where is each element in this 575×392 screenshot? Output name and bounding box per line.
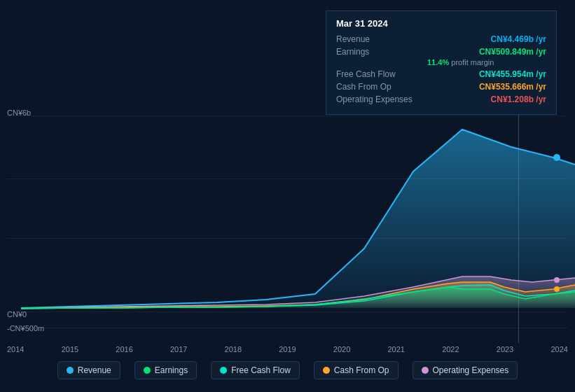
- x-label-2014: 2014: [7, 345, 24, 354]
- legend-item-revenue[interactable]: Revenue: [57, 361, 120, 379]
- tooltip-value-earnings: CN¥509.849m /yr: [479, 47, 546, 57]
- legend: Revenue Earnings Free Cash Flow Cash Fro…: [0, 361, 575, 379]
- x-label-2019: 2019: [279, 345, 296, 354]
- x-label-2024: 2024: [550, 345, 567, 354]
- revenue-dot: [553, 154, 560, 161]
- legend-item-cfo[interactable]: Cash From Op: [314, 361, 399, 379]
- tooltip-label-earnings: Earnings: [336, 47, 427, 57]
- legend-label-cfo: Cash From Op: [334, 365, 389, 375]
- x-label-2017: 2017: [170, 345, 187, 354]
- tooltip-margin: 11.4% profit margin: [336, 58, 546, 66]
- x-label-2020: 2020: [333, 345, 350, 354]
- x-label-2023: 2023: [497, 345, 513, 354]
- tooltip-value-opex: CN¥1.208b /yr: [491, 94, 546, 104]
- x-label-2018: 2018: [225, 345, 242, 354]
- legend-label-fcf: Free Cash Flow: [231, 365, 291, 375]
- tooltip-margin-value: 11.4%: [427, 58, 449, 66]
- legend-dot-revenue: [67, 367, 74, 374]
- tooltip-label-fcf: Free Cash Flow: [336, 69, 427, 79]
- tooltip-row-earnings: Earnings CN¥509.849m /yr: [336, 47, 546, 57]
- tooltip-box: Mar 31 2024 Revenue CN¥4.469b /yr Earnin…: [326, 10, 557, 115]
- opex-dot: [554, 277, 560, 283]
- tooltip-value-cfo: CN¥535.666m /yr: [479, 82, 546, 92]
- tooltip-row-opex: Operating Expenses CN¥1.208b /yr: [336, 94, 546, 104]
- chart-svg: [0, 108, 575, 332]
- tooltip-row-cfo: Cash From Op CN¥535.666m /yr: [336, 82, 546, 92]
- chart-container: Mar 31 2024 Revenue CN¥4.469b /yr Earnin…: [0, 0, 575, 392]
- legend-dot-fcf: [220, 367, 227, 374]
- legend-label-opex: Operating Expenses: [433, 365, 509, 375]
- legend-label-earnings: Earnings: [155, 365, 188, 375]
- tooltip-label-opex: Operating Expenses: [336, 94, 427, 104]
- legend-dot-earnings: [144, 367, 151, 374]
- legend-dot-cfo: [323, 367, 330, 374]
- x-label-2016: 2016: [116, 345, 132, 354]
- legend-label-revenue: Revenue: [78, 365, 111, 375]
- x-label-2015: 2015: [62, 345, 78, 354]
- legend-dot-opex: [422, 367, 429, 374]
- tooltip-title: Mar 31 2024: [336, 18, 546, 29]
- x-label-2022: 2022: [442, 345, 459, 354]
- legend-item-fcf[interactable]: Free Cash Flow: [211, 361, 300, 379]
- legend-item-opex[interactable]: Operating Expenses: [413, 361, 518, 379]
- tooltip-value-revenue: CN¥4.469b /yr: [491, 34, 546, 44]
- legend-item-earnings[interactable]: Earnings: [134, 361, 197, 379]
- tooltip-label-cfo: Cash From Op: [336, 82, 427, 92]
- x-label-2021: 2021: [387, 345, 404, 354]
- tooltip-label-revenue: Revenue: [336, 34, 427, 44]
- tooltip-value-fcf: CN¥455.954m /yr: [479, 69, 546, 79]
- tooltip-row-fcf: Free Cash Flow CN¥455.954m /yr: [336, 69, 546, 79]
- cfo-dot: [554, 286, 560, 292]
- x-labels: 2014 2015 2016 2017 2018 2019 2020 2021 …: [7, 345, 568, 354]
- tooltip-row-revenue: Revenue CN¥4.469b /yr: [336, 34, 546, 44]
